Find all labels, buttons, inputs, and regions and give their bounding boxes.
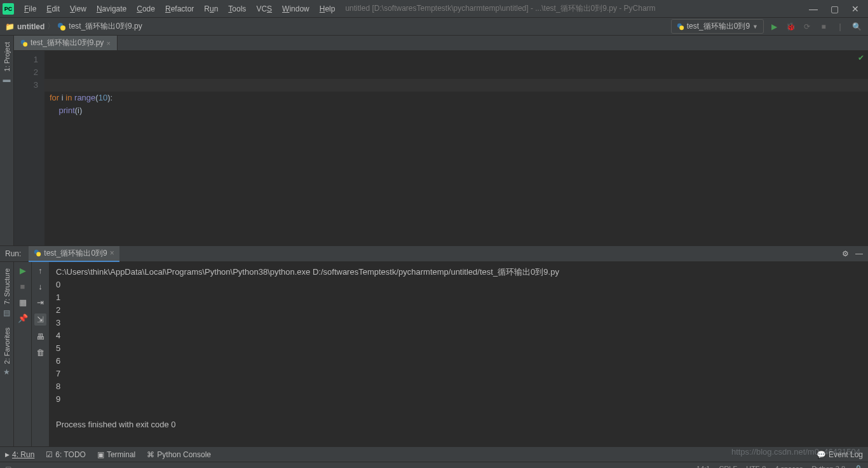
run-button[interactable]: ▶	[768, 22, 780, 31]
window-controls: — ▢ ✕	[809, 4, 865, 14]
menu-navigate[interactable]: Navigate	[93, 3, 130, 15]
menu-help[interactable]: Help	[316, 3, 339, 15]
console-command: C:\Users\think\AppData\Local\Programs\Py…	[56, 267, 559, 277]
sidebar-favorites-tab[interactable]: 2: Favorites	[3, 327, 11, 364]
hide-panel-icon[interactable]: —	[855, 249, 863, 258]
project-icon[interactable]: ▬	[3, 75, 11, 84]
run-toolbar-primary: ▶ ■ ▦ 📌	[14, 262, 32, 446]
minimize-icon[interactable]: —	[809, 4, 818, 14]
event-log-icon: 💬	[817, 450, 826, 459]
inspection-ok-icon[interactable]: ✔	[858, 53, 864, 62]
bottom-tab-terminal[interactable]: ▣ Terminal	[97, 450, 135, 459]
python-file-icon	[57, 22, 66, 31]
run-config-name: test_循环输出0到9	[687, 21, 750, 32]
breadcrumb: 📁 untitled 〉 test_循环输出0到9.py	[5, 21, 142, 32]
run-structure-row: 7: Structure ▤ 2: Favorites ★ ▶ ■ ▦ 📌 ↑ …	[0, 262, 868, 446]
bottom-tab-event-log[interactable]: Event Log	[829, 450, 863, 459]
bottom-tab-python-console[interactable]: ⌘ Python Console	[147, 450, 211, 459]
sidebar-structure-tab[interactable]: 7: Structure	[3, 268, 11, 305]
python-interpreter[interactable]: Python 3.8	[811, 465, 845, 468]
search-everywhere-icon[interactable]: 🔍	[850, 22, 863, 31]
menu-window[interactable]: Window	[278, 3, 313, 15]
status-panel-icon[interactable]: ▢	[5, 465, 11, 468]
console-line: 2	[56, 305, 60, 315]
play-icon: ▶	[5, 451, 10, 458]
close-run-tab-icon[interactable]: ×	[110, 249, 114, 258]
menu-run[interactable]: Run	[200, 3, 222, 15]
coverage-button[interactable]: ⟳	[801, 22, 813, 31]
svg-point-3	[679, 25, 684, 30]
bottom-tab-run[interactable]: ▶ 4: Run	[5, 450, 34, 459]
console-output[interactable]: C:\Users\think\AppData\Local\Programs\Py…	[50, 262, 868, 446]
structure-icon[interactable]: ▤	[3, 308, 10, 317]
run-panel-tab[interactable]: test_循环输出0到9 ×	[29, 246, 119, 262]
file-tab-label: test_循环输出0到9.py	[31, 38, 104, 48]
editor-body[interactable]: 1 2 3 for i in range(10): print(i) ✔	[14, 51, 868, 245]
maximize-icon[interactable]: ▢	[831, 4, 839, 14]
layout-icon[interactable]: ▦	[19, 298, 27, 307]
svg-point-1	[60, 25, 65, 31]
run-tab-label: test_循环输出0到9	[44, 248, 107, 259]
file-tab[interactable]: test_循环输出0到9.py ×	[14, 36, 118, 50]
svg-point-5	[23, 42, 27, 46]
lock-icon[interactable]: 🔒	[854, 465, 863, 468]
menu-code[interactable]: Code	[133, 3, 159, 15]
encoding[interactable]: UTF-8	[746, 465, 766, 468]
breadcrumb-file[interactable]: test_循环输出0到9.py	[69, 21, 142, 32]
pin-icon[interactable]: 📌	[18, 313, 28, 323]
menu-vcs[interactable]: VCS	[252, 3, 276, 15]
bottom-tabs-right: 💬 Event Log	[817, 450, 863, 459]
run-toolbar-secondary: ↑ ↓ ⇥ ⇲ 🖶 🗑	[32, 262, 50, 446]
navigation-bar: 📁 untitled 〉 test_循环输出0到9.py test_循环输出0到…	[0, 18, 868, 36]
pycharm-logo-icon: PC	[3, 3, 14, 15]
run-panel-controls: ⚙ —	[842, 249, 863, 258]
line-number: 3	[14, 79, 38, 92]
console-line: 8	[56, 382, 60, 391]
gear-icon[interactable]: ⚙	[842, 249, 849, 258]
menubar: File Edit View Navigate Code Refactor Ru…	[20, 3, 339, 15]
stop-run-button[interactable]: ■	[20, 282, 25, 291]
cursor-position[interactable]: 14:1	[696, 465, 710, 468]
left-tool-strip-top: 1: Project ▬	[0, 36, 14, 245]
console-line: 6	[56, 356, 60, 366]
menu-file[interactable]: File	[20, 3, 40, 15]
scroll-to-end-icon[interactable]: ⇲	[34, 313, 46, 326]
close-icon[interactable]: ✕	[851, 4, 859, 14]
status-bar: ▢ 14:1 CRLF UTF-8 4 spaces Python 3.8 🔒	[0, 462, 868, 468]
soft-wrap-icon[interactable]: ⇥	[37, 298, 44, 307]
chevron-down-icon: ▼	[752, 24, 758, 30]
sidebar-project-tab[interactable]: 1: Project	[3, 42, 11, 71]
menu-refactor[interactable]: Refactor	[161, 3, 198, 15]
status-right: 14:1 CRLF UTF-8 4 spaces Python 3.8 🔒	[696, 465, 863, 468]
debug-button[interactable]: 🐞	[784, 22, 797, 31]
line-number: 1	[14, 53, 38, 66]
svg-point-7	[37, 252, 41, 256]
line-separator[interactable]: CRLF	[719, 465, 737, 468]
window-title: untitled [D:\softwaresTemptestk\pycharmt…	[345, 3, 655, 14]
bottom-tab-todo[interactable]: ☑ 6: TODO	[46, 450, 86, 459]
folder-icon: 📁	[5, 22, 15, 31]
python-console-icon: ⌘	[147, 450, 154, 459]
star-icon[interactable]: ★	[3, 368, 10, 376]
main-area: 1: Project ▬ test_循环输出0到9.py × 1 2 3 for…	[0, 36, 868, 245]
close-tab-icon[interactable]: ×	[106, 39, 110, 47]
delete-icon[interactable]: 🗑	[36, 348, 44, 357]
print-icon[interactable]: 🖶	[36, 332, 44, 341]
up-arrow-icon[interactable]: ↑	[38, 266, 43, 275]
down-arrow-icon[interactable]: ↓	[38, 282, 43, 291]
stop-button[interactable]: ■	[817, 22, 830, 31]
breadcrumb-project[interactable]: untitled	[17, 22, 44, 31]
separator: |	[834, 22, 846, 31]
code-content: for i in range(10): print(i)	[50, 92, 863, 117]
console-line: 3	[56, 318, 60, 327]
code-area[interactable]: for i in range(10): print(i)	[44, 51, 868, 245]
menu-tools[interactable]: Tools	[224, 3, 250, 15]
indent[interactable]: 4 spaces	[775, 465, 803, 468]
menu-view[interactable]: View	[66, 3, 90, 15]
run-config-selector[interactable]: test_循环输出0到9 ▼	[671, 19, 764, 34]
rerun-button[interactable]: ▶	[20, 266, 26, 275]
editor: test_循环输出0到9.py × 1 2 3 for i in range(1…	[14, 36, 868, 245]
menu-edit[interactable]: Edit	[43, 3, 64, 15]
terminal-icon: ▣	[97, 450, 104, 459]
titlebar: PC File Edit View Navigate Code Refactor…	[0, 0, 868, 18]
